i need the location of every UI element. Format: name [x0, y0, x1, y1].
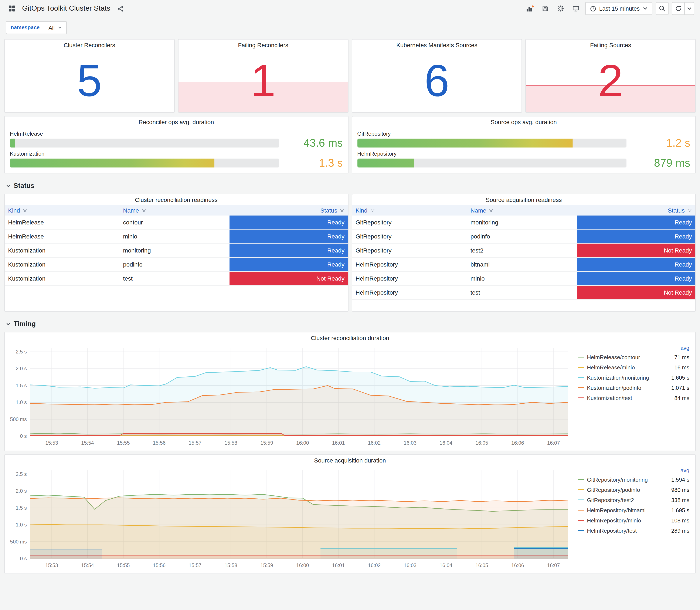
- panel-title[interactable]: Kubernetes Manifests Sources: [352, 39, 522, 51]
- y-axis-label: 2.5 s: [16, 349, 27, 354]
- status-badge-cell: Not Ready: [577, 244, 695, 257]
- apps-grid-icon[interactable]: [6, 2, 18, 14]
- legend-item: HelmRepository/test289 ms: [578, 525, 689, 535]
- legend-avg-header[interactable]: avg: [578, 466, 689, 475]
- gauge-track: [10, 139, 279, 147]
- x-axis-label: 15:53: [45, 440, 58, 446]
- legend-item: Kustomization/podinfo1.071 s: [578, 383, 689, 393]
- panel-title[interactable]: Source acquisition readiness: [352, 194, 695, 205]
- legend-series-name[interactable]: GitRepository/test2: [587, 497, 634, 503]
- bargauge-panel: Source ops avg. durationGitRepository1.2…: [352, 116, 696, 174]
- legend-series-name[interactable]: Kustomization/test: [587, 395, 632, 401]
- filter-icon[interactable]: [489, 208, 494, 213]
- gauge-label: HelmRelease: [10, 130, 279, 137]
- filter-icon[interactable]: [142, 208, 146, 213]
- filter-icon[interactable]: [687, 208, 692, 213]
- gauge-value: 1.3 s: [279, 159, 343, 167]
- status-badge-cell: Ready: [229, 215, 348, 229]
- legend-series-name[interactable]: GitRepository/podinfo: [587, 486, 640, 493]
- panel-title[interactable]: Failing Sources: [526, 39, 696, 51]
- stat-value: 1: [179, 48, 348, 112]
- legend-series-name[interactable]: HelmRelease/contour: [587, 354, 640, 360]
- gauge-fill: [357, 139, 626, 147]
- panel-title[interactable]: Source ops avg. duration: [357, 116, 690, 128]
- legend-series-name[interactable]: HelmRepository/test: [587, 527, 637, 534]
- section-header-status[interactable]: Status: [4, 177, 696, 194]
- x-axis-label: 15:53: [45, 562, 58, 568]
- column-header-name[interactable]: Name: [120, 205, 229, 215]
- x-axis-label: 15:54: [81, 440, 94, 446]
- legend-item: HelmRepository/minio108 ms: [578, 515, 689, 525]
- legend-item: Kustomization/test84 ms: [578, 393, 689, 403]
- series-color-dash: [578, 489, 584, 490]
- legend-avg-header[interactable]: avg: [578, 343, 689, 352]
- filter-icon[interactable]: [340, 208, 344, 213]
- column-header-label: Status: [668, 207, 685, 214]
- x-axis-label: 16:03: [404, 562, 417, 568]
- x-axis-label: 15:58: [225, 440, 238, 446]
- x-axis-label: 16:05: [475, 562, 488, 568]
- y-axis-label: 1.5 s: [16, 505, 27, 511]
- table-row: GitRepositorymonitoringReady: [352, 215, 695, 229]
- refresh-button[interactable]: [672, 2, 685, 15]
- panel-title[interactable]: Reconciler ops avg. duration: [10, 116, 343, 128]
- save-icon[interactable]: [539, 2, 551, 14]
- x-axis-label: 15:58: [225, 562, 238, 568]
- column-header-name[interactable]: Name: [467, 205, 577, 215]
- column-header-status[interactable]: Status: [229, 205, 348, 215]
- section-header-timing[interactable]: Timing: [4, 315, 696, 332]
- refresh-interval-dropdown[interactable]: [685, 2, 694, 15]
- legend-series-name[interactable]: HelmRepository/bitnami: [587, 507, 646, 513]
- legend-series-avg: 289 ms: [668, 527, 689, 534]
- panel-title[interactable]: Cluster Reconcilers: [5, 39, 174, 51]
- gauge-value: 1.2 s: [626, 139, 690, 147]
- column-header-label: Kind: [356, 207, 368, 214]
- legend-series-name[interactable]: GitRepository/monitoring: [587, 476, 648, 483]
- series-color-dash: [578, 499, 584, 500]
- table-header-row: KindNameStatus: [5, 205, 348, 215]
- cycle-view-monitor-icon[interactable]: [570, 2, 582, 14]
- x-axis-label: 16:02: [368, 440, 380, 446]
- series-area: [30, 549, 102, 559]
- panel-title[interactable]: Source acquisition duration: [8, 455, 692, 466]
- cell-kind: HelmRepository: [352, 272, 467, 285]
- table-row: HelmRepositoryminioReady: [352, 272, 695, 286]
- zoom-out-button[interactable]: [656, 2, 669, 15]
- y-axis-label: 0 s: [20, 556, 27, 561]
- legend-series-name[interactable]: Kustomization/monitoring: [587, 374, 649, 381]
- cell-kind: HelmRelease: [5, 229, 120, 243]
- legend-series-name[interactable]: HelmRepository/minio: [587, 517, 641, 524]
- column-header-kind[interactable]: Kind: [5, 205, 120, 215]
- share-icon[interactable]: [115, 2, 127, 14]
- panel-title[interactable]: Cluster reconciliation readiness: [5, 194, 348, 205]
- filter-icon[interactable]: [370, 208, 375, 213]
- panel-title[interactable]: Cluster reconciliation duration: [8, 333, 692, 343]
- chart-canvas[interactable]: 0 s500 ms1.0 s1.5 s2.0 s2.5 s15:5315:541…: [8, 466, 574, 571]
- panel-title[interactable]: Failing Reconcilers: [179, 39, 348, 51]
- x-axis-label: 16:00: [296, 440, 309, 446]
- series-color-dash: [578, 510, 584, 511]
- variable-label: namespace: [6, 21, 44, 34]
- gauge-track: [357, 139, 626, 147]
- filter-icon[interactable]: [22, 208, 27, 213]
- time-range-picker[interactable]: Last 15 minutes: [585, 2, 652, 15]
- legend-item: GitRepository/test2338 ms: [578, 495, 689, 505]
- series-color-dash: [578, 387, 584, 388]
- settings-gear-icon[interactable]: [554, 2, 566, 14]
- chevron-down-icon: [6, 322, 11, 326]
- column-header-status[interactable]: Status: [577, 205, 695, 215]
- chart-canvas[interactable]: 0 s500 ms1.0 s1.5 s2.0 s2.5 s15:5315:541…: [8, 343, 574, 448]
- legend-series-name[interactable]: Kustomization/podinfo: [587, 385, 641, 391]
- series-color-dash: [578, 357, 584, 357]
- cell-kind: GitRepository: [352, 215, 467, 229]
- legend-series-name[interactable]: HelmRelease/minio: [587, 364, 635, 370]
- legend-series-avg: 1.071 s: [668, 385, 689, 391]
- variable-namespace: namespace All: [6, 21, 66, 34]
- add-panel-icon[interactable]: [524, 2, 536, 14]
- legend-item: GitRepository/podinfo980 ms: [578, 485, 689, 495]
- column-header-kind[interactable]: Kind: [352, 205, 467, 215]
- dashboard-title: GitOps Toolkit Cluster Stats: [22, 4, 110, 13]
- legend-series-avg: 71 ms: [671, 354, 689, 360]
- chart-body: 0 s500 ms1.0 s1.5 s2.0 s2.5 s15:5315:541…: [8, 343, 692, 448]
- variable-value-dropdown[interactable]: All: [44, 21, 66, 34]
